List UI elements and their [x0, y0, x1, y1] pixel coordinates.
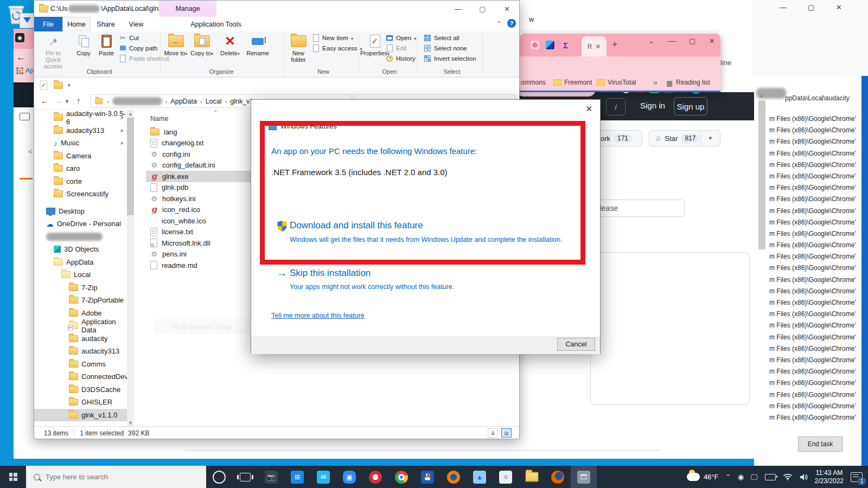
bookmarks-overflow-chevron[interactable]: » — [653, 78, 658, 87]
firefox-icon[interactable] — [545, 466, 571, 488]
tab-application-tools[interactable]: Application Tools — [187, 17, 245, 31]
sidebar-item-appdata[interactable]: AppData — [34, 256, 127, 269]
sidebar-item-audacity-win-3-0-5-6[interactable]: audacity-win-3.0.5-6 — [34, 111, 127, 124]
scroll-up-icon[interactable]: ▲ — [759, 92, 764, 98]
history-button[interactable]: History — [386, 53, 416, 63]
cortana-button[interactable] — [206, 466, 232, 488]
properties-button[interactable]: Properties — [361, 33, 389, 57]
weather-widget[interactable]: 46°F — [687, 473, 719, 481]
scroll-down-icon[interactable]: ▼ — [128, 420, 133, 426]
new-tab-button[interactable]: + — [612, 39, 618, 50]
tray-overflow-chevron-icon[interactable]: ⌃ — [726, 473, 731, 480]
google-apps-grid-icon[interactable] — [16, 67, 23, 74]
sidebar-item-7-zip[interactable]: 7-Zip — [34, 281, 127, 294]
bookmark-item[interactable]: ommons — [521, 79, 546, 86]
scrollbar-thumb[interactable] — [127, 118, 134, 215]
close-button[interactable]: ✕ — [495, 1, 519, 17]
scroll-up-icon[interactable]: ▲ — [128, 111, 133, 117]
recent-locations-chevron-icon[interactable]: ▾ — [66, 98, 68, 104]
tab-file[interactable]: File — [34, 17, 62, 31]
sidebar-item-audacity[interactable]: audacity — [34, 332, 127, 345]
file-item-glnk-pdb[interactable]: glnk.pdb — [146, 182, 254, 194]
sidebar-item-screencastify[interactable]: Screencastify — [34, 188, 127, 201]
sidebar-item-ghisler[interactable]: GHISLER — [34, 396, 127, 409]
file-item-license-txt[interactable]: license.txt — [146, 227, 254, 238]
minimize-button[interactable]: — — [668, 37, 675, 45]
disk-imager-icon[interactable]: 💾 — [414, 466, 441, 488]
star-dropdown-button[interactable]: ▼ — [701, 130, 720, 146]
sidebar-item-desktop[interactable]: Desktop — [34, 205, 127, 218]
chrome-icon[interactable] — [388, 466, 414, 488]
sidebar-item-camera[interactable]: Camera — [34, 150, 127, 163]
close-button[interactable]: ✕ — [709, 37, 715, 45]
sidebar-item-music[interactable]: ♪Music — [34, 137, 127, 150]
large-icons-view-button[interactable]: ▤ — [501, 428, 512, 438]
notepad-icon[interactable]: ≡ — [493, 466, 519, 488]
active-tab[interactable]: R ✕ — [582, 36, 607, 56]
manage-contextual-tab[interactable]: Manage — [159, 1, 216, 17]
webcam-tray-icon[interactable]: ◉ — [738, 473, 744, 481]
copy-to-button[interactable]: Copy to — [189, 33, 214, 57]
tab-search-chevron-icon[interactable]: ⌄ — [648, 37, 654, 45]
file-item-changelog-txt[interactable]: changelog.txt — [146, 138, 254, 149]
tell-me-more-link[interactable]: Tell me more about this feature — [271, 312, 365, 319]
sidebar-item-audacity313[interactable]: audacity313 — [34, 124, 127, 137]
screen-sketch-icon[interactable]: 📷 — [258, 466, 284, 488]
download-arrow-icon[interactable] — [20, 13, 35, 28]
file-item-hotkeys-ini[interactable]: ⚙hotkeys.ini — [146, 193, 254, 204]
file-item-config-default-ini[interactable]: ⚙config_default.ini — [146, 160, 254, 171]
file-item-pens-ini[interactable]: ⚙pens.ini — [146, 249, 254, 260]
tab-close-icon[interactable]: ✕ — [595, 43, 601, 50]
paste-button[interactable]: Paste — [95, 33, 118, 56]
minimize-button[interactable]: — — [780, 3, 787, 11]
sign-in-link[interactable]: Sign in — [640, 101, 665, 110]
file-item-config-ini[interactable]: ⚙config.ini — [146, 149, 254, 160]
sign-up-button[interactable]: Sign up — [674, 97, 707, 115]
rename-button[interactable]: Rename — [244, 33, 272, 56]
github-search-slash-key[interactable]: / — [606, 98, 626, 115]
invert-selection-button[interactable]: Invert selection — [424, 53, 476, 63]
zoom-icon[interactable]: ▣ — [336, 466, 362, 488]
installer-icon-active[interactable]: 🗔 — [571, 466, 597, 488]
select-all-button[interactable]: Select all — [424, 33, 459, 43]
wifi-icon[interactable] — [783, 473, 793, 480]
new-item-button[interactable]: New item — [312, 33, 353, 43]
file-explorer-icon[interactable] — [519, 466, 545, 488]
tab-view[interactable]: View — [121, 17, 151, 31]
paste-shortcut-button[interactable]: Paste shortcut — [119, 53, 169, 63]
copy-path-button[interactable]: Copy path — [119, 43, 157, 53]
edit-button[interactable]: Edit — [386, 43, 407, 53]
move-to-button[interactable]: ← Move to — [163, 33, 188, 57]
sidebar-item-connecteddevicesi[interactable]: ConnectedDevicesI — [34, 370, 127, 383]
maximize-button[interactable]: ▢ — [689, 37, 695, 45]
details-view-button[interactable]: ≣ — [488, 428, 498, 438]
file-item-glnk-exe[interactable]: gglnk.exe — [146, 171, 254, 182]
reading-list-button[interactable]: Reading list — [676, 79, 710, 86]
crumb-appdata[interactable]: AppData — [170, 98, 197, 105]
star-button[interactable]: ☆ Star 817 — [649, 130, 701, 146]
tab-home[interactable]: Home — [62, 17, 91, 31]
maximize-button[interactable]: ▢ — [470, 1, 495, 17]
delete-button[interactable]: ✕ Delete — [218, 33, 242, 57]
crumb-local[interactable]: Local — [206, 98, 222, 105]
search-input[interactable] — [44, 472, 182, 481]
forward-arrow-icon[interactable]: → — [54, 96, 62, 105]
sidebar-item-local[interactable]: Local — [34, 268, 127, 281]
column-header-name[interactable]: Name — [150, 115, 168, 123]
file-item-icon-red-ico[interactable]: gicon_red.ico — [146, 204, 254, 216]
new-folder-button[interactable]: New folder — [286, 33, 311, 63]
sidebar-item-comms[interactable]: Comms — [34, 358, 127, 371]
photos-icon[interactable]: ▲ — [467, 466, 493, 488]
sidebar-item-audacity313[interactable]: audacity313 — [34, 345, 127, 358]
end-task-button[interactable]: End task — [798, 436, 843, 452]
minimize-button[interactable]: — — [446, 1, 470, 17]
copy-button[interactable]: Copy — [72, 33, 95, 56]
file-item-microsoft-lnk-dll[interactable]: ⚙Microsoft.lnk.dll — [146, 237, 254, 249]
qat-customize-icon[interactable]: ▾ — [68, 82, 71, 88]
sidebar-item-redacted[interactable] — [34, 230, 127, 243]
tab-favicon-sigma-icon[interactable]: Σ — [563, 41, 572, 49]
back-arrow-icon[interactable]: ← — [16, 52, 25, 63]
easy-access-button[interactable]: Easy access — [312, 43, 362, 53]
up-arrow-icon[interactable]: ↑ — [76, 96, 81, 105]
pin-to-quick-access-button[interactable]: Pin to Quick access — [37, 33, 69, 69]
